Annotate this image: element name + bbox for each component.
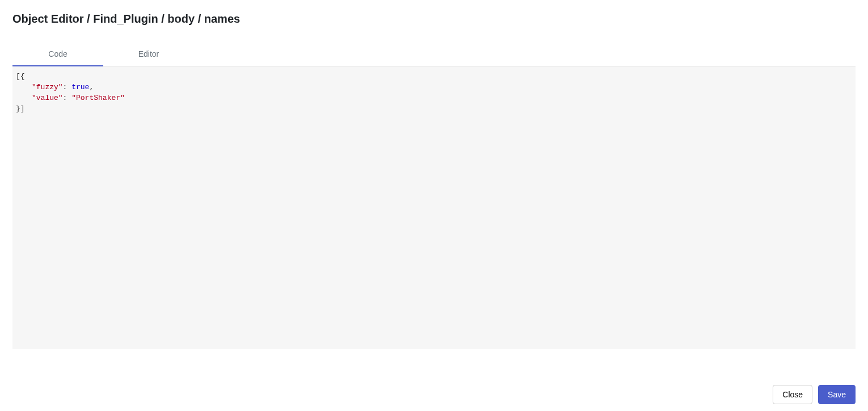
tab-editor-label: Editor <box>138 49 159 58</box>
code-line-3: "value": "PortShaker" <box>16 93 852 103</box>
tab-editor[interactable]: Editor <box>103 43 194 66</box>
breadcrumb: Object Editor / Find_Plugin / body / nam… <box>12 12 856 26</box>
code-editor[interactable]: [{"fuzzy": true,"value": "PortShaker"}] <box>12 66 856 349</box>
code-line-1: [{ <box>16 71 852 82</box>
tabs: Code Editor <box>12 43 856 66</box>
code-line-4: }] <box>16 103 852 114</box>
tab-code-label: Code <box>48 49 67 58</box>
code-line-2: "fuzzy": true, <box>16 82 852 93</box>
tab-code[interactable]: Code <box>12 43 103 66</box>
